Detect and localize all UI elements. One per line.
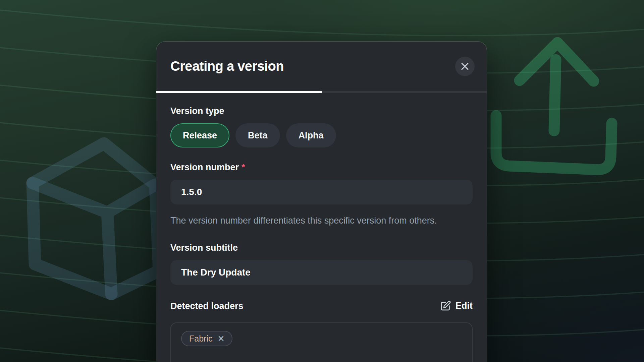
version-number-label-text: Version number xyxy=(170,162,239,172)
version-type-release-button[interactable]: Release xyxy=(170,123,229,147)
loader-name: Fabric xyxy=(189,334,212,344)
modal-title: Creating a version xyxy=(170,59,284,74)
required-asterisk: * xyxy=(241,162,245,172)
detected-loaders-box: Fabric ✕ xyxy=(170,322,473,362)
cube-wireframe-decoration xyxy=(33,143,159,294)
pencil-square-icon xyxy=(440,300,451,311)
close-icon xyxy=(461,62,469,71)
upload-arrow-decoration xyxy=(496,43,612,170)
modal-body: Version type Release Beta Alpha Version … xyxy=(156,93,487,362)
detected-loaders-header: Detected loaders Edit xyxy=(170,300,473,311)
remove-loader-x-icon[interactable]: ✕ xyxy=(217,335,224,343)
edit-label: Edit xyxy=(455,301,473,311)
detected-loaders-label: Detected loaders xyxy=(170,301,244,311)
step-progress-track xyxy=(156,91,487,93)
version-type-alpha-button[interactable]: Alpha xyxy=(286,123,336,147)
version-type-beta-button[interactable]: Beta xyxy=(235,123,280,147)
version-type-options: Release Beta Alpha xyxy=(170,123,473,147)
version-subtitle-input[interactable] xyxy=(170,260,473,285)
modal-header: Creating a version xyxy=(156,42,487,91)
version-number-label: Version number* xyxy=(170,162,473,172)
version-subtitle-label: Version subtitle xyxy=(170,243,473,253)
progress-fill xyxy=(156,91,322,93)
version-type-label: Version type xyxy=(170,106,473,116)
page-background: Creating a version Version type Release … xyxy=(0,0,644,362)
close-button[interactable] xyxy=(455,57,475,76)
version-number-help: The version number differentiates this s… xyxy=(170,213,449,228)
loader-chip-fabric: Fabric ✕ xyxy=(181,331,232,346)
edit-loaders-button[interactable]: Edit xyxy=(440,300,473,311)
create-version-modal: Creating a version Version type Release … xyxy=(156,41,487,362)
version-number-input[interactable] xyxy=(170,180,473,204)
